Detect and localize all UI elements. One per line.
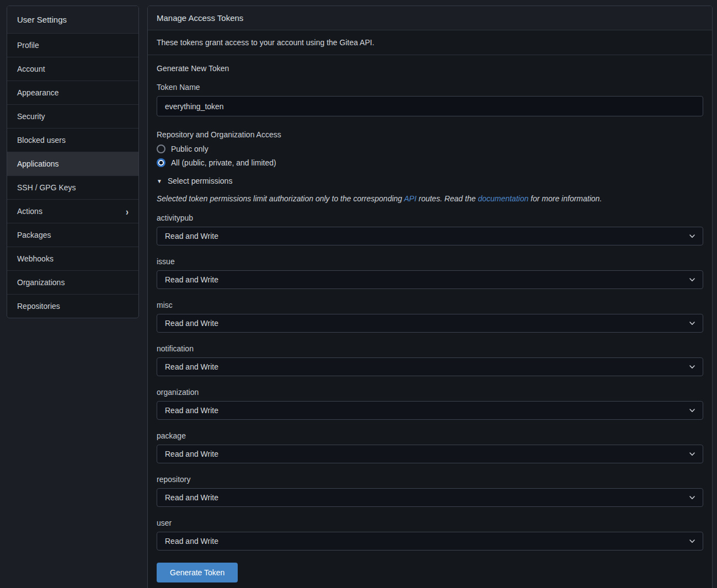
perm-label-user: user [157,518,703,527]
perm-select-user[interactable]: Read and Write [157,532,703,550]
perm-select-misc[interactable]: Read and Write [157,314,703,333]
perm-label-package: package [157,431,703,440]
perm-select-notification[interactable]: Read and Write [157,357,703,376]
perm-label-notification: notification [157,344,703,353]
generate-token-button[interactable]: Generate Token [157,563,238,582]
generate-token-form: Generate New Token Token Name Repository… [148,55,712,588]
perm-select-activitypub[interactable]: Read and Write [157,227,703,245]
sidebar-item-repositories[interactable]: Repositories [7,294,138,318]
perm-select-issue[interactable]: Read and Write [157,270,703,289]
chevron-down-icon [689,233,695,239]
sidebar-title: User Settings [7,6,138,33]
perm-field-misc: misc Read and Write [157,301,703,333]
radio-all-access[interactable]: All (public, private, and limited) [157,158,703,167]
perm-field-user: user Read and Write [157,518,703,550]
sidebar-item-actions[interactable]: Actions › [7,199,138,223]
radio-checked-icon[interactable] [157,158,165,167]
sidebar-item-applications[interactable]: Applications [7,152,138,175]
chevron-down-icon [689,276,695,283]
perm-select-package[interactable]: Read and Write [157,445,703,463]
caret-down-icon: ▼ [157,178,162,184]
select-permissions-toggle[interactable]: ▼ Select permissions [157,177,703,185]
chevron-down-icon [689,538,695,544]
radio-unchecked-icon[interactable] [157,145,165,153]
perm-field-repository: repository Read and Write [157,475,703,507]
sidebar-item-organizations[interactable]: Organizations [7,270,138,294]
chevron-down-icon [689,494,695,501]
perm-field-notification: notification Read and Write [157,344,703,376]
chevron-down-icon [689,320,695,327]
sidebar-item-security[interactable]: Security [7,104,138,128]
sidebar-item-webhooks[interactable]: Webhooks [7,247,138,270]
radio-all-access-label: All (public, private, and limited) [171,158,276,167]
chevron-down-icon [689,407,695,414]
perm-label-repository: repository [157,475,703,484]
token-name-label: Token Name [157,83,703,92]
user-settings-sidebar: User Settings Profile Account Appearance… [7,6,139,318]
perm-field-organization: organization Read and Write [157,388,703,420]
sidebar-item-ssh-gpg-keys[interactable]: SSH / GPG Keys [7,175,138,199]
chevron-right-icon: › [126,206,129,217]
perm-field-activitypub: activitypub Read and Write [157,213,703,245]
settings-page: User Settings Profile Account Appearance… [0,0,717,588]
section-title: Generate New Token [157,64,703,73]
radio-public-only-label: Public only [171,145,208,153]
chevron-down-icon [689,364,695,370]
sidebar-item-appearance[interactable]: Appearance [7,81,138,104]
sidebar-item-blocked-users[interactable]: Blocked users [7,128,138,152]
perm-label-issue: issue [157,257,703,266]
panel-description: These tokens grant access to your accoun… [148,30,712,55]
perm-field-package: package Read and Write [157,431,703,463]
token-name-input[interactable] [157,96,703,116]
chevron-down-icon [689,451,695,457]
access-scope-label: Repository and Organization Access [157,130,703,139]
api-link[interactable]: API [404,194,417,203]
perm-label-misc: misc [157,301,703,309]
perm-label-activitypub: activitypub [157,213,703,222]
manage-access-tokens-panel: Manage Access Tokens These tokens grant … [147,6,713,588]
perm-field-issue: issue Read and Write [157,257,703,289]
perm-select-organization[interactable]: Read and Write [157,401,703,420]
documentation-link[interactable]: documentation [478,194,528,203]
radio-public-only[interactable]: Public only [157,145,703,153]
perm-select-repository[interactable]: Read and Write [157,488,703,507]
access-scope-options: Public only All (public, private, and li… [157,145,703,167]
perm-label-organization: organization [157,388,703,397]
panel-title: Manage Access Tokens [148,6,712,30]
permissions-note: Selected token permissions limit authori… [157,194,703,203]
select-permissions-label: Select permissions [168,177,233,185]
sidebar-item-account[interactable]: Account [7,57,138,81]
sidebar-item-packages[interactable]: Packages [7,223,138,247]
sidebar-item-profile[interactable]: Profile [7,33,138,57]
